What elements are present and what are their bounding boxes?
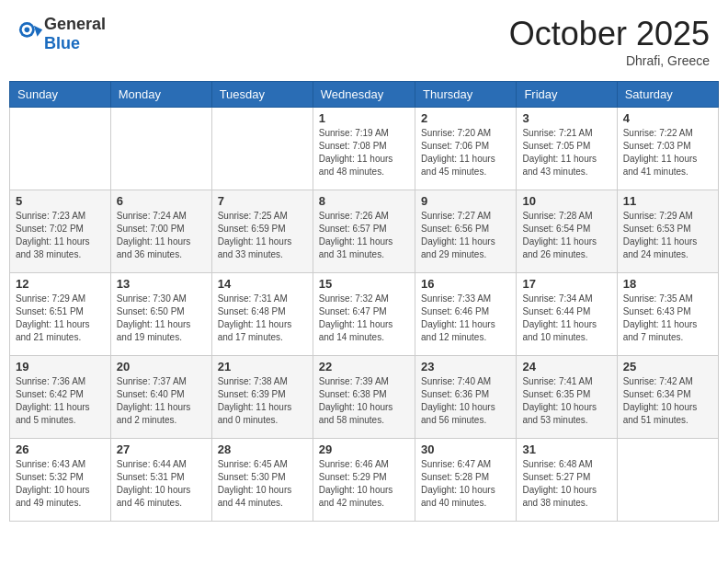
calendar-cell: 11Sunrise: 7:29 AM Sunset: 6:53 PM Dayli… [617, 190, 718, 273]
day-number: 14 [218, 277, 307, 291]
day-info: Sunrise: 6:45 AM Sunset: 5:30 PM Dayligh… [218, 458, 307, 510]
day-info: Sunrise: 7:40 AM Sunset: 6:36 PM Dayligh… [421, 375, 510, 427]
logo-general-text: General [44, 15, 106, 33]
day-info: Sunrise: 6:48 AM Sunset: 5:27 PM Dayligh… [522, 458, 610, 510]
calendar-cell: 29Sunrise: 6:46 AM Sunset: 5:29 PM Dayli… [313, 439, 415, 522]
day-info: Sunrise: 7:42 AM Sunset: 6:34 PM Dayligh… [623, 375, 712, 427]
calendar-cell: 9Sunrise: 7:27 AM Sunset: 6:56 PM Daylig… [415, 190, 517, 273]
day-number: 12 [16, 277, 105, 291]
day-number: 23 [421, 360, 510, 373]
day-info: Sunrise: 7:22 AM Sunset: 7:03 PM Dayligh… [623, 127, 712, 178]
week-row-5: 26Sunrise: 6:43 AM Sunset: 5:32 PM Dayli… [10, 439, 719, 522]
calendar-cell [110, 108, 211, 190]
day-number: 30 [421, 442, 510, 456]
day-number: 13 [117, 277, 206, 291]
calendar-cell: 16Sunrise: 7:33 AM Sunset: 6:46 PM Dayli… [415, 273, 517, 356]
calendar-cell: 23Sunrise: 7:40 AM Sunset: 6:36 PM Dayli… [415, 356, 517, 439]
day-number: 22 [319, 360, 409, 373]
day-info: Sunrise: 7:25 AM Sunset: 6:59 PM Dayligh… [218, 210, 307, 261]
day-number: 9 [421, 194, 510, 208]
day-info: Sunrise: 7:31 AM Sunset: 6:48 PM Dayligh… [218, 293, 307, 344]
calendar-table: SundayMondayTuesdayWednesdayThursdayFrid… [9, 81, 719, 522]
calendar-cell: 20Sunrise: 7:37 AM Sunset: 6:40 PM Dayli… [110, 356, 211, 439]
day-info: Sunrise: 6:46 AM Sunset: 5:29 PM Dayligh… [319, 458, 409, 510]
calendar-cell: 6Sunrise: 7:24 AM Sunset: 7:00 PM Daylig… [110, 190, 211, 273]
day-info: Sunrise: 7:26 AM Sunset: 6:57 PM Dayligh… [319, 210, 409, 261]
day-info: Sunrise: 7:34 AM Sunset: 6:44 PM Dayligh… [522, 293, 610, 344]
calendar-cell [10, 108, 111, 190]
calendar-cell: 27Sunrise: 6:44 AM Sunset: 5:31 PM Dayli… [110, 439, 211, 522]
day-info: Sunrise: 7:29 AM Sunset: 6:51 PM Dayligh… [16, 293, 105, 344]
calendar-cell: 10Sunrise: 7:28 AM Sunset: 6:54 PM Dayli… [517, 190, 617, 273]
day-info: Sunrise: 7:41 AM Sunset: 6:35 PM Dayligh… [522, 375, 610, 427]
svg-point-2 [25, 28, 30, 33]
calendar-cell: 15Sunrise: 7:32 AM Sunset: 6:47 PM Dayli… [313, 273, 415, 356]
day-header-saturday: Saturday [617, 82, 718, 108]
day-info: Sunrise: 6:47 AM Sunset: 5:28 PM Dayligh… [421, 458, 510, 510]
day-number: 2 [421, 111, 510, 125]
day-number: 17 [522, 277, 610, 291]
day-number: 26 [16, 442, 105, 456]
calendar-cell: 30Sunrise: 6:47 AM Sunset: 5:28 PM Dayli… [415, 439, 517, 522]
calendar-cell: 26Sunrise: 6:43 AM Sunset: 5:32 PM Dayli… [10, 439, 111, 522]
calendar-cell: 25Sunrise: 7:42 AM Sunset: 6:34 PM Dayli… [617, 356, 718, 439]
day-number: 11 [623, 194, 712, 208]
day-number: 4 [623, 111, 712, 125]
day-header-friday: Friday [517, 82, 617, 108]
calendar-cell: 14Sunrise: 7:31 AM Sunset: 6:48 PM Dayli… [211, 273, 313, 356]
day-info: Sunrise: 6:44 AM Sunset: 5:31 PM Dayligh… [117, 458, 206, 510]
day-number: 3 [522, 111, 610, 125]
day-info: Sunrise: 6:43 AM Sunset: 5:32 PM Dayligh… [16, 458, 105, 510]
day-header-wednesday: Wednesday [313, 82, 415, 108]
week-row-4: 19Sunrise: 7:36 AM Sunset: 6:42 PM Dayli… [10, 356, 719, 439]
calendar-cell: 24Sunrise: 7:41 AM Sunset: 6:35 PM Dayli… [517, 356, 617, 439]
day-info: Sunrise: 7:32 AM Sunset: 6:47 PM Dayligh… [319, 293, 409, 344]
calendar-cell: 8Sunrise: 7:26 AM Sunset: 6:57 PM Daylig… [313, 190, 415, 273]
calendar-cell: 5Sunrise: 7:23 AM Sunset: 7:02 PM Daylig… [10, 190, 111, 273]
calendar-cell: 1Sunrise: 7:19 AM Sunset: 7:08 PM Daylig… [313, 108, 415, 190]
logo-blue-text: Blue [44, 34, 80, 52]
day-headers-row: SundayMondayTuesdayWednesdayThursdayFrid… [10, 82, 719, 108]
calendar-cell: 3Sunrise: 7:21 AM Sunset: 7:05 PM Daylig… [517, 108, 617, 190]
day-info: Sunrise: 7:23 AM Sunset: 7:02 PM Dayligh… [16, 210, 105, 261]
page-header: General Blue October 2025 Dhrafi, Greece [9, 9, 719, 74]
day-info: Sunrise: 7:28 AM Sunset: 6:54 PM Dayligh… [522, 210, 610, 261]
calendar-cell: 21Sunrise: 7:38 AM Sunset: 6:39 PM Dayli… [211, 356, 313, 439]
logo: General Blue [18, 15, 106, 53]
calendar-cell: 2Sunrise: 7:20 AM Sunset: 7:06 PM Daylig… [415, 108, 517, 190]
day-number: 15 [319, 277, 409, 291]
calendar-cell: 22Sunrise: 7:39 AM Sunset: 6:38 PM Dayli… [313, 356, 415, 439]
day-number: 10 [522, 194, 610, 208]
calendar-cell: 4Sunrise: 7:22 AM Sunset: 7:03 PM Daylig… [617, 108, 718, 190]
day-number: 27 [117, 442, 206, 456]
month-title: October 2025 [509, 15, 710, 53]
logo-icon [18, 21, 44, 47]
day-info: Sunrise: 7:38 AM Sunset: 6:39 PM Dayligh… [218, 375, 307, 427]
day-number: 31 [522, 442, 610, 456]
day-number: 5 [16, 194, 105, 208]
day-header-thursday: Thursday [415, 82, 517, 108]
day-number: 16 [421, 277, 510, 291]
day-info: Sunrise: 7:30 AM Sunset: 6:50 PM Dayligh… [117, 293, 206, 344]
day-info: Sunrise: 7:19 AM Sunset: 7:08 PM Dayligh… [319, 127, 409, 178]
location-subtitle: Dhrafi, Greece [509, 53, 710, 68]
title-block: October 2025 Dhrafi, Greece [509, 15, 710, 68]
day-number: 24 [522, 360, 610, 373]
calendar-cell: 18Sunrise: 7:35 AM Sunset: 6:43 PM Dayli… [617, 273, 718, 356]
day-number: 28 [218, 442, 307, 456]
day-info: Sunrise: 7:27 AM Sunset: 6:56 PM Dayligh… [421, 210, 510, 261]
day-info: Sunrise: 7:21 AM Sunset: 7:05 PM Dayligh… [522, 127, 610, 178]
day-info: Sunrise: 7:36 AM Sunset: 6:42 PM Dayligh… [16, 375, 105, 427]
day-info: Sunrise: 7:20 AM Sunset: 7:06 PM Dayligh… [421, 127, 510, 178]
day-info: Sunrise: 7:29 AM Sunset: 6:53 PM Dayligh… [623, 210, 712, 261]
calendar-cell: 7Sunrise: 7:25 AM Sunset: 6:59 PM Daylig… [211, 190, 313, 273]
day-number: 1 [319, 111, 409, 125]
week-row-1: 1Sunrise: 7:19 AM Sunset: 7:08 PM Daylig… [10, 108, 719, 190]
day-info: Sunrise: 7:35 AM Sunset: 6:43 PM Dayligh… [623, 293, 712, 344]
calendar-cell: 17Sunrise: 7:34 AM Sunset: 6:44 PM Dayli… [517, 273, 617, 356]
calendar-cell [211, 108, 313, 190]
day-number: 21 [218, 360, 307, 373]
calendar-cell: 31Sunrise: 6:48 AM Sunset: 5:27 PM Dayli… [517, 439, 617, 522]
calendar-cell: 19Sunrise: 7:36 AM Sunset: 6:42 PM Dayli… [10, 356, 111, 439]
day-info: Sunrise: 7:37 AM Sunset: 6:40 PM Dayligh… [117, 375, 206, 427]
